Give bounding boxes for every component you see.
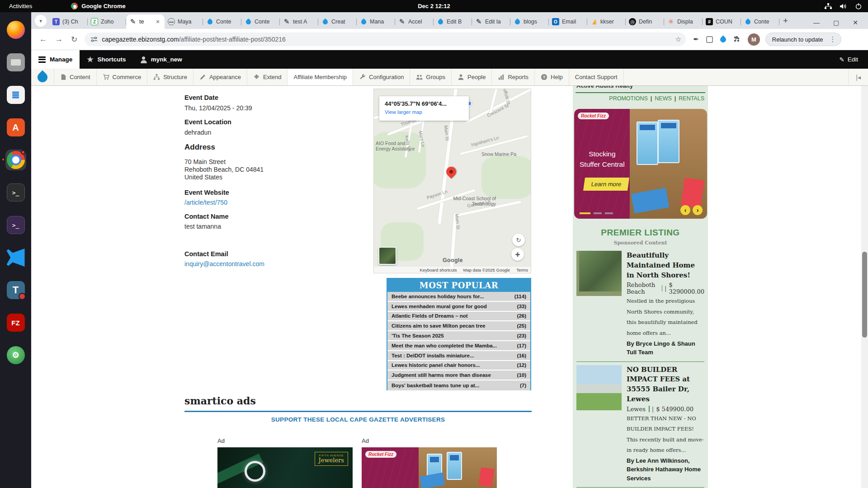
menu-item-people[interactable]: People (452, 69, 492, 85)
address-bar[interactable]: capegazette.ebizonstg.com/affiliate-post… (85, 33, 686, 46)
learn-more-button[interactable]: Learn more (583, 178, 630, 191)
chrome-menu-icon[interactable]: ⋮ (828, 35, 838, 43)
pen-extension-icon[interactable]: ✒ (693, 35, 699, 43)
listing-item[interactable]: Beautifully Maintained Home in North Sho… (576, 248, 704, 362)
most-popular-item[interactable]: Meet the man who completed the Mamba... … (387, 341, 530, 351)
most-popular-item[interactable]: Lewes menhaden mural gone for good (33) (387, 302, 530, 312)
google-map-embed[interactable]: Suffolk St Crescent St Autumn St Thomast… (373, 89, 531, 273)
browser-tab[interactable]: test A ✕ (280, 14, 318, 29)
menu-item-contact-support[interactable]: Contact Support (569, 69, 624, 85)
menu-item-appearance[interactable]: Appearance (193, 69, 247, 85)
forward-button[interactable]: → (55, 35, 63, 44)
browser-tab[interactable]: Edit B ✕ (434, 14, 472, 29)
most-popular-item[interactable]: Judgment still harms more than disease (… (387, 371, 530, 380)
dock-app-icon[interactable] (5, 19, 26, 40)
browser-tab[interactable]: Maya ✕ (165, 14, 203, 29)
map-rotate-control[interactable]: ↻ (512, 234, 525, 246)
edit-button[interactable]: ✎ Edit (829, 50, 868, 69)
menu-item-help[interactable]: ?Help (535, 69, 569, 85)
menu-item-structure[interactable]: Structure (147, 69, 193, 85)
carousel-prev-button[interactable]: ‹ (680, 205, 690, 215)
jeweler-ad[interactable]: FIFTH AVENUE Jewelers (217, 447, 353, 488)
reload-button[interactable]: ↻ (71, 35, 77, 44)
admin-manage-tab[interactable]: Manage (31, 50, 80, 69)
browser-tab[interactable]: Zoho ✕ (88, 14, 126, 29)
satellite-view-toggle[interactable] (378, 247, 396, 265)
extensions-puzzle-icon[interactable] (733, 36, 741, 43)
menu-item-affiliate-membership[interactable]: Affiliate Membership (288, 69, 353, 85)
menu-item-configuration[interactable]: Configuration (353, 69, 410, 85)
browser-tab[interactable]: Displa ✕ (664, 14, 703, 29)
browser-tab[interactable]: COUN ✕ (703, 14, 741, 29)
volume-icon[interactable] (840, 3, 847, 9)
terms-link[interactable]: Terms (516, 267, 528, 272)
dock-app-icon[interactable] (5, 52, 26, 73)
sidebar-nav-promotions[interactable]: PROMOTIONS (609, 95, 647, 102)
dock-app-icon[interactable] (5, 280, 26, 300)
browser-tab[interactable]: Defin ✕ (626, 14, 664, 29)
dock-app-icon[interactable] (5, 182, 26, 203)
most-popular-item[interactable]: Beebe announces holiday hours for... (11… (387, 292, 530, 302)
admin-user-tab[interactable]: mynk_new (133, 50, 189, 69)
toolbar-orientation-toggle-icon[interactable]: |◂ (848, 69, 868, 85)
activities-button[interactable]: Activities (0, 0, 41, 12)
browser-tab[interactable]: kkser ✕ (587, 14, 626, 29)
menu-item-commerce[interactable]: Commerce (97, 69, 148, 85)
dock-app-icon[interactable] (5, 150, 26, 170)
rocket-fizz-ad[interactable]: Rocket Fizz (362, 447, 497, 488)
listing-item[interactable]: NO BUILDER IMPACT FEES at 35555 Bailer D… (576, 362, 704, 488)
profile-avatar[interactable]: M (748, 33, 760, 46)
dock-app-icon[interactable] (5, 117, 26, 138)
sidebar-nav-rentals[interactable]: RENTALS (679, 95, 704, 102)
most-popular-item[interactable]: Lewes historic panel chair honors... (12… (387, 361, 530, 371)
dock-app-icon[interactable] (5, 345, 26, 366)
window-maximize-button[interactable]: ▢ (833, 19, 839, 26)
dock-app-icon[interactable] (5, 312, 26, 333)
most-popular-item[interactable]: Test : DelDOT installs miniature... (16) (387, 351, 530, 361)
menu-item-groups[interactable]: Groups (410, 69, 452, 85)
browser-tab[interactable]: Email ✕ (549, 14, 587, 29)
scrollbar-thumb[interactable] (862, 252, 867, 338)
browser-tab[interactable]: Conte ✕ (241, 14, 280, 29)
dock-app-icon[interactable] (5, 84, 26, 105)
most-popular-item[interactable]: 'Tis The Season 2025 (23) (387, 331, 530, 341)
browser-tab[interactable]: Mana ✕ (357, 14, 395, 29)
window-close-button[interactable]: ✕ (853, 19, 858, 26)
browser-tab[interactable]: Edit la ✕ (472, 14, 510, 29)
tab-search-icon[interactable]: ▾ (35, 15, 47, 27)
drupal-extension-icon[interactable] (720, 37, 726, 42)
carousel-next-button[interactable]: › (693, 205, 703, 215)
menu-item-reports[interactable]: Reports (492, 69, 535, 85)
map-pan-control[interactable]: ✚ (511, 248, 524, 261)
window-minimize-button[interactable]: — (813, 19, 820, 26)
most-popular-item[interactable]: Citizens aim to save Milton pecan tree (… (387, 321, 530, 331)
relaunch-to-update-button[interactable]: Relaunch to update ⋮ (765, 33, 841, 46)
back-button[interactable]: ← (39, 35, 47, 44)
browser-tab[interactable]: te ✕ (126, 14, 165, 29)
keyboard-shortcuts-link[interactable]: Keyboard shortcuts (420, 267, 457, 272)
most-popular-item[interactable]: Boys' basketball teams tune up at... (7) (387, 380, 530, 390)
browser-tab[interactable]: Conte ✕ (741, 14, 779, 29)
browser-tab[interactable]: Conte ✕ (203, 14, 241, 29)
browser-tab[interactable]: blogs ✕ (510, 14, 549, 29)
contact-email-link[interactable]: inquiry@accentontravel.com (184, 260, 264, 267)
browser-tab[interactable]: (3) Ch ✕ (49, 14, 88, 29)
power-icon[interactable] (855, 3, 862, 9)
event-website-link[interactable]: /article/test/750 (184, 199, 227, 206)
view-larger-map-link[interactable]: View larger map (385, 109, 422, 115)
admin-shortcuts-tab[interactable]: ★ Shortcuts (80, 50, 133, 69)
browser-tab[interactable]: Accel ✕ (395, 14, 434, 29)
sidebar-carousel-ad[interactable]: Rocket Fizz Stocking Stuffer Central Lea… (574, 109, 707, 219)
site-settings-icon[interactable] (91, 36, 97, 42)
dock-app-icon[interactable] (5, 247, 26, 268)
drupal-logo-icon[interactable] (31, 69, 54, 85)
network-icon[interactable] (825, 3, 832, 9)
carousel-indicators[interactable] (580, 212, 613, 214)
page-scrollbar[interactable] (861, 86, 868, 488)
most-popular-item[interactable]: Atlantic Fields of Dreams – not (26) (387, 312, 530, 322)
sidebar-nav-news[interactable]: NEWS (655, 95, 672, 102)
clock[interactable]: Dec 2 12:12 (418, 3, 450, 9)
bookmark-star-icon[interactable]: ☆ (675, 35, 681, 43)
menu-item-content[interactable]: Content (54, 69, 97, 85)
tab-close-icon[interactable]: ✕ (154, 18, 161, 25)
